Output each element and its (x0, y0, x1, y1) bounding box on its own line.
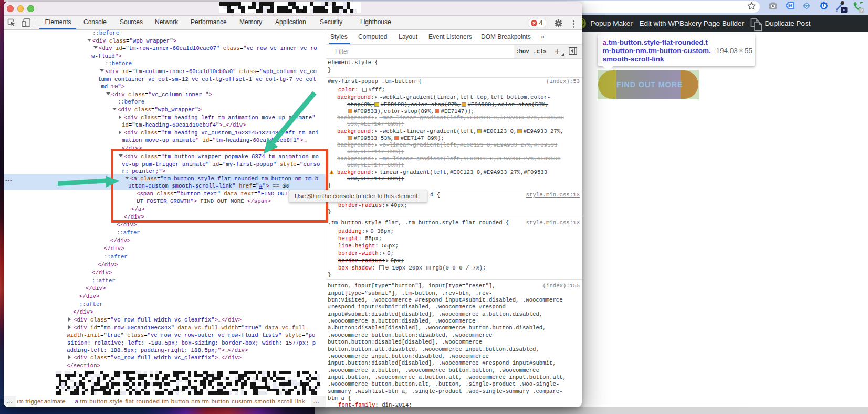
svg-text:?: ? (860, 8, 863, 13)
